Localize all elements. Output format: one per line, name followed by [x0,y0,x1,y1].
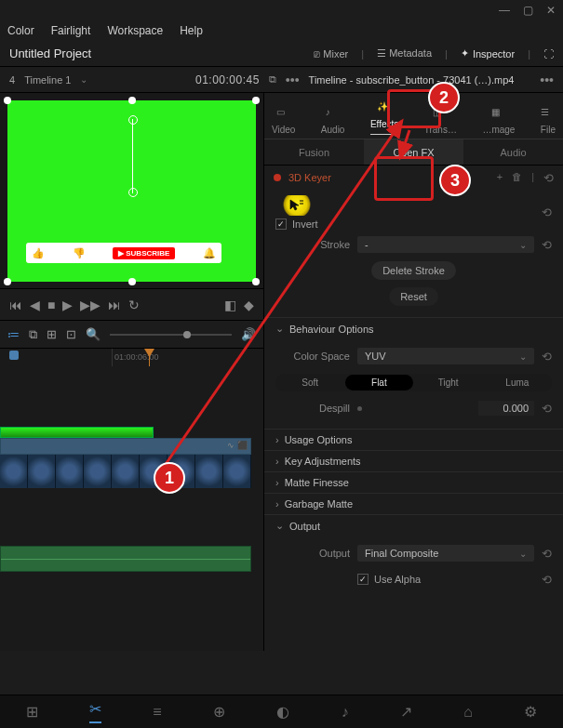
annotation-arrows [0,0,563,728]
annotation-2: 2 [428,82,460,113]
svg-line-3 [400,130,409,158]
annotation-3: 3 [439,165,471,196]
annotation-1: 1 [154,462,185,494]
svg-line-2 [160,121,402,472]
